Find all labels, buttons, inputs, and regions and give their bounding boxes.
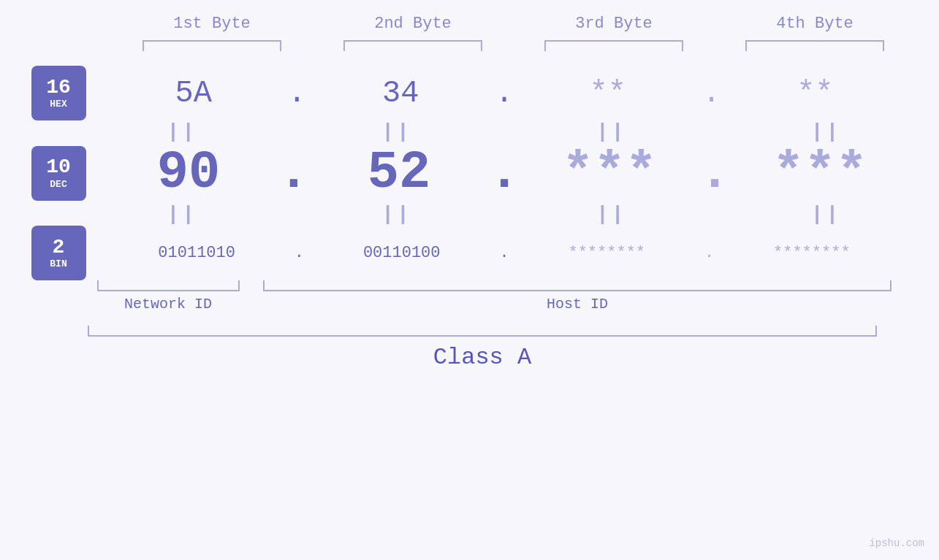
dec-row: 10 DEC 90 . 52 . *** . *** (31, 143, 908, 203)
full-bottom-bracket (88, 326, 877, 337)
network-host-brackets: Network ID Host ID (88, 280, 892, 312)
hex-byte1: 5A (101, 76, 286, 111)
dec-badge-label: DEC (50, 179, 66, 190)
bin-byte4: ******** (715, 244, 908, 262)
dec-dot3: . (699, 143, 730, 203)
badge-placeholder-bin: 2 BIN (31, 226, 86, 280)
badge-placeholder-hex: 16 HEX (31, 66, 86, 120)
hex-badge-number: 16 (46, 77, 71, 99)
bin-badge-label: BIN (50, 258, 66, 269)
bracket-spacer (248, 280, 263, 312)
equals-2: || (300, 120, 493, 143)
dec-byte1: 90 (101, 143, 277, 203)
host-bracket-wrap: Host ID (263, 280, 892, 312)
byte3-header: 3rd Byte (533, 15, 694, 33)
bin-dot3: . (704, 244, 714, 262)
dec-dot2: . (488, 143, 520, 203)
equals-8: || (730, 203, 923, 226)
hex-byte2: 34 (308, 76, 493, 111)
host-bottom-bracket (263, 280, 892, 291)
dec-byte2: 52 (311, 143, 487, 203)
network-bracket-wrap: Network ID (88, 280, 248, 312)
hex-badge-label: HEX (50, 99, 66, 110)
bracket-byte3 (544, 40, 683, 51)
bin-badge-number: 2 (53, 237, 65, 259)
dec-byte4: *** (732, 143, 908, 203)
bin-byte3: ******** (511, 244, 703, 262)
equals-row-2: || || || || (17, 203, 923, 226)
bin-byte1: 01011010 (101, 244, 293, 262)
class-label: Class A (88, 344, 877, 371)
hex-dot3: . (702, 76, 721, 111)
byte4-header: 4th Byte (734, 15, 895, 33)
dec-byte3: *** (522, 143, 698, 203)
byte2-header: 2nd Byte (332, 15, 493, 33)
main-container: 1st Byte 2nd Byte 3rd Byte 4th Byte 16 H… (0, 0, 939, 560)
dec-bytes: 90 . 52 . *** . *** (101, 143, 908, 203)
hex-dot2: . (495, 76, 513, 111)
hex-bytes: 5A . 34 . ** . ** (101, 76, 908, 111)
bottom-area: Network ID Host ID Class A (0, 280, 939, 371)
dec-dot1: . (278, 143, 309, 203)
bin-row: 2 BIN 01011010 . 00110100 . ******** . *… (31, 226, 908, 280)
bin-byte2: 00110100 (305, 244, 498, 262)
badge-placeholder-dec: 10 DEC (31, 146, 86, 201)
equals-6: || (300, 203, 493, 226)
equals-1: || (86, 120, 279, 143)
bracket-byte4 (745, 40, 884, 51)
equals-row-1: || || || || (17, 120, 923, 143)
hex-byte4: ** (722, 76, 908, 111)
bin-dot2: . (499, 244, 509, 262)
dec-badge-number: 10 (46, 156, 71, 179)
equals-5: || (86, 203, 279, 226)
equals-7: || (515, 203, 708, 226)
watermark: ipshu.com (869, 537, 924, 549)
equals-4: || (730, 120, 923, 143)
bracket-byte1 (142, 40, 281, 51)
byte-headers: 1st Byte 2nd Byte 3rd Byte 4th Byte (112, 0, 916, 33)
equals-3: || (515, 120, 708, 143)
network-id-label: Network ID (124, 296, 212, 312)
host-id-label: Host ID (547, 296, 608, 312)
bracket-byte2 (343, 40, 482, 51)
hex-byte3: ** (515, 76, 701, 111)
hex-row: 16 HEX 5A . 34 . ** . ** (31, 66, 908, 120)
top-bracket-row (112, 40, 916, 51)
dec-badge: 10 DEC (31, 146, 86, 201)
hex-dot1: . (288, 76, 306, 111)
network-bottom-bracket (97, 280, 240, 291)
bin-bytes: 01011010 . 00110100 . ******** . *******… (101, 244, 908, 262)
bin-dot1: . (294, 244, 304, 262)
hex-badge: 16 HEX (31, 66, 86, 120)
bin-badge: 2 BIN (31, 226, 86, 280)
byte1-header: 1st Byte (132, 15, 292, 33)
